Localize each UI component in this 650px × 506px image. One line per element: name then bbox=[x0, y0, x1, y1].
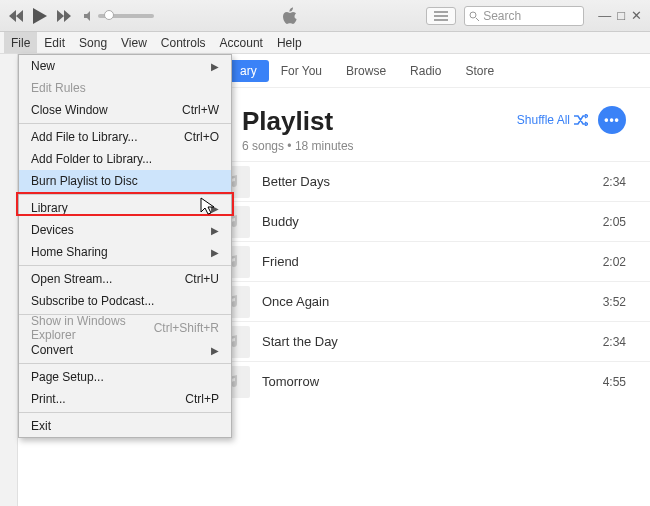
shuffle-all-button[interactable]: Shuffle All bbox=[517, 113, 588, 127]
menu-view[interactable]: View bbox=[114, 32, 154, 53]
menu-item-add-folder-to-library[interactable]: Add Folder to Library... bbox=[19, 148, 231, 170]
menu-item-edit-rules: Edit Rules bbox=[19, 77, 231, 99]
more-button[interactable]: ••• bbox=[598, 106, 626, 134]
close-button[interactable]: ✕ bbox=[631, 8, 642, 23]
song-row[interactable]: Buddy2:05 bbox=[214, 201, 650, 241]
file-menu-dropdown: New▶Edit RulesClose WindowCtrl+WAdd File… bbox=[18, 54, 232, 438]
apple-logo-icon bbox=[282, 7, 298, 25]
shortcut: Ctrl+W bbox=[182, 103, 219, 117]
submenu-arrow-icon: ▶ bbox=[211, 61, 219, 72]
play-button[interactable] bbox=[32, 8, 48, 24]
volume-control[interactable] bbox=[84, 11, 154, 21]
menu-separator bbox=[19, 194, 231, 195]
shortcut: Ctrl+U bbox=[185, 272, 219, 286]
menu-separator bbox=[19, 363, 231, 364]
titlebar: Search — □ ✕ bbox=[0, 0, 650, 32]
menubar: FileEditSongViewControlsAccountHelp bbox=[0, 32, 650, 54]
tab-for-you[interactable]: For You bbox=[269, 60, 334, 82]
menu-help[interactable]: Help bbox=[270, 32, 309, 53]
tab-browse[interactable]: Browse bbox=[334, 60, 398, 82]
next-button[interactable] bbox=[56, 8, 72, 24]
menu-file[interactable]: File bbox=[4, 32, 37, 53]
song-length: 4:55 bbox=[582, 375, 626, 389]
song-length: 2:34 bbox=[582, 175, 626, 189]
song-length: 2:34 bbox=[582, 335, 626, 349]
menu-item-show-in-windows-explorer: Show in Windows ExplorerCtrl+Shift+R bbox=[19, 317, 231, 339]
submenu-arrow-icon: ▶ bbox=[211, 345, 219, 356]
search-input[interactable]: Search bbox=[464, 6, 584, 26]
prev-button[interactable] bbox=[8, 8, 24, 24]
playlist-meta: 6 songs • 18 minutes bbox=[242, 139, 517, 153]
submenu-arrow-icon: ▶ bbox=[211, 247, 219, 258]
menu-account[interactable]: Account bbox=[213, 32, 270, 53]
song-row[interactable]: Tomorrow4:55 bbox=[214, 361, 650, 401]
tab-library[interactable]: ary bbox=[228, 60, 269, 82]
playlist-actions: Shuffle All ••• bbox=[517, 106, 626, 134]
menu-separator bbox=[19, 265, 231, 266]
shortcut: Ctrl+O bbox=[184, 130, 219, 144]
menu-item-home-sharing[interactable]: Home Sharing▶ bbox=[19, 241, 231, 263]
song-row[interactable]: Once Again3:52 bbox=[214, 281, 650, 321]
menu-item-exit[interactable]: Exit bbox=[19, 415, 231, 437]
shortcut: Ctrl+Shift+R bbox=[154, 321, 219, 335]
menu-separator bbox=[19, 412, 231, 413]
song-title: Better Days bbox=[262, 174, 582, 189]
svg-point-0 bbox=[470, 12, 476, 18]
menu-item-devices[interactable]: Devices▶ bbox=[19, 219, 231, 241]
menu-item-open-stream[interactable]: Open Stream...Ctrl+U bbox=[19, 268, 231, 290]
menu-item-print[interactable]: Print...Ctrl+P bbox=[19, 388, 231, 410]
song-title: Friend bbox=[262, 254, 582, 269]
song-row[interactable]: Better Days2:34 bbox=[214, 161, 650, 201]
list-view-button[interactable] bbox=[426, 7, 456, 25]
tab-radio[interactable]: Radio bbox=[398, 60, 453, 82]
menu-separator bbox=[19, 123, 231, 124]
menu-item-subscribe-to-podcast[interactable]: Subscribe to Podcast... bbox=[19, 290, 231, 312]
search-placeholder: Search bbox=[483, 9, 521, 23]
tab-store[interactable]: Store bbox=[453, 60, 506, 82]
menu-item-add-file-to-library[interactable]: Add File to Library...Ctrl+O bbox=[19, 126, 231, 148]
song-length: 2:05 bbox=[582, 215, 626, 229]
window-controls: — □ ✕ bbox=[598, 8, 642, 23]
song-row[interactable]: Start the Day2:34 bbox=[214, 321, 650, 361]
menu-song[interactable]: Song bbox=[72, 32, 114, 53]
song-title: Tomorrow bbox=[262, 374, 582, 389]
titlebar-center bbox=[154, 7, 426, 25]
minimize-button[interactable]: — bbox=[598, 8, 611, 23]
sidebar bbox=[0, 54, 18, 506]
playlist-title: Playlist bbox=[242, 106, 517, 137]
menu-edit[interactable]: Edit bbox=[37, 32, 72, 53]
song-title: Once Again bbox=[262, 294, 582, 309]
menu-item-page-setup[interactable]: Page Setup... bbox=[19, 366, 231, 388]
volume-slider[interactable] bbox=[98, 14, 154, 18]
menu-item-burn-playlist-to-disc[interactable]: Burn Playlist to Disc bbox=[19, 170, 231, 192]
song-length: 2:02 bbox=[582, 255, 626, 269]
volume-icon bbox=[84, 11, 94, 21]
maximize-button[interactable]: □ bbox=[617, 8, 625, 23]
shuffle-icon bbox=[574, 114, 588, 126]
titlebar-right: Search — □ ✕ bbox=[426, 6, 642, 26]
search-icon bbox=[469, 11, 479, 21]
song-length: 3:52 bbox=[582, 295, 626, 309]
menu-item-new[interactable]: New▶ bbox=[19, 55, 231, 77]
menu-controls[interactable]: Controls bbox=[154, 32, 213, 53]
song-row[interactable]: Friend2:02 bbox=[214, 241, 650, 281]
shortcut: Ctrl+P bbox=[185, 392, 219, 406]
cursor-icon bbox=[200, 197, 216, 217]
song-title: Buddy bbox=[262, 214, 582, 229]
submenu-arrow-icon: ▶ bbox=[211, 225, 219, 236]
song-title: Start the Day bbox=[262, 334, 582, 349]
playback-controls bbox=[8, 8, 72, 24]
menu-item-convert[interactable]: Convert▶ bbox=[19, 339, 231, 361]
menu-item-close-window[interactable]: Close WindowCtrl+W bbox=[19, 99, 231, 121]
